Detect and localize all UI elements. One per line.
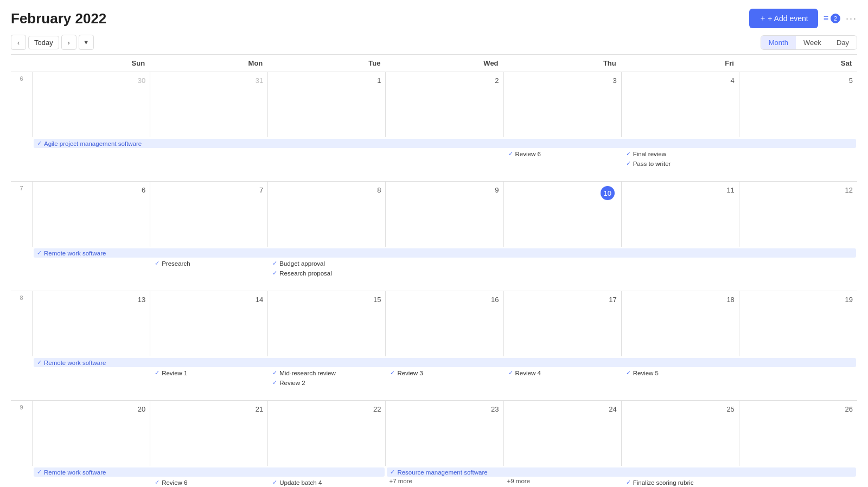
week-row-8: 8 13 14 15 16 17 18 19 ✓ Remote work sof… — [11, 291, 857, 401]
day-3: 3 — [504, 72, 622, 137]
more-link-wed-w9[interactable]: +7 more — [386, 477, 503, 485]
day-11: 11 — [622, 182, 739, 247]
day-header-tue: Tue — [268, 55, 386, 72]
day-10: 10 — [504, 182, 622, 247]
add-event-button[interactable]: ＋ + Add event — [749, 9, 818, 28]
day-8: 8 — [268, 182, 386, 247]
event-review2[interactable]: ✓ Review 2 — [269, 378, 385, 387]
more-link-thu-w9[interactable]: +9 more — [504, 477, 622, 485]
week-row-6: 6 30 31 1 2 3 4 5 ✓ Agile project manage… — [11, 72, 857, 182]
check-icon: ✓ — [37, 140, 42, 147]
date-dropdown-button[interactable]: ▼ — [79, 35, 94, 50]
event-review3[interactable]: ✓ Review 3 — [387, 368, 502, 377]
day-header-sun: Sun — [33, 55, 150, 72]
week-row-7: 7 6 7 8 9 10 11 12 ✓ Remot — [11, 182, 857, 291]
day-4: 4 — [622, 72, 739, 137]
more-options-button[interactable]: ··· — [846, 13, 857, 24]
day-24: 24 — [504, 401, 622, 466]
week-num-7: 7 — [11, 182, 33, 247]
event-budget-approval[interactable]: ✓ Budget approval — [269, 259, 385, 268]
event-remote-work-w8[interactable]: ✓ Remote work software — [34, 358, 856, 367]
day-2: 2 — [386, 72, 503, 137]
event-agile-pm[interactable]: ✓ Agile project management software — [34, 139, 856, 148]
filter-icon: ≡ — [824, 14, 828, 23]
day-15: 15 — [268, 291, 386, 356]
event-resource-mgmt[interactable]: ✓ Resource management software — [387, 467, 856, 477]
day-25: 25 — [622, 401, 739, 466]
event-pass-to-writer[interactable]: ✓ Pass to writer — [623, 159, 738, 168]
next-button[interactable]: › — [61, 35, 76, 50]
week-view-button[interactable]: Week — [796, 36, 829, 49]
calendar: Sun Mon Tue Wed Thu Fri Sat 6 30 31 1 2 … — [11, 54, 857, 487]
event-final-review[interactable]: ✓ Final review — [623, 149, 738, 158]
event-mid-research[interactable]: ✓ Mid-research review — [269, 368, 385, 377]
event-review5[interactable]: ✓ Review 5 — [623, 368, 738, 377]
view-switcher: Month Week Day — [761, 35, 857, 50]
toolbar: ‹ Today › ▼ Month Week Day — [0, 33, 868, 54]
day-13: 13 — [33, 291, 150, 356]
page-title: February 2022 — [11, 10, 106, 27]
filter-button[interactable]: ≡ 2 — [824, 14, 840, 23]
day-view-button[interactable]: Day — [829, 36, 857, 49]
event-review6-w6[interactable]: ✓ Review 6 — [505, 149, 621, 158]
day-7: 7 — [150, 182, 268, 247]
day-header-mon: Mon — [150, 55, 268, 72]
day-14: 14 — [150, 291, 268, 356]
day-22: 22 — [268, 401, 386, 466]
day-header-thu: Thu — [504, 55, 622, 72]
week-num-9: 9 — [11, 401, 33, 466]
day-31: 31 — [150, 72, 268, 137]
day-6: 6 — [33, 182, 150, 247]
day-21: 21 — [150, 401, 268, 466]
event-research-proposal[interactable]: ✓ Research proposal — [269, 268, 385, 278]
day-30: 30 — [33, 72, 150, 137]
event-review4[interactable]: ✓ Review 4 — [505, 368, 621, 377]
plus-icon: ＋ — [759, 14, 767, 23]
day-17: 17 — [504, 291, 622, 356]
day-5: 5 — [739, 72, 857, 137]
prev-button[interactable]: ‹ — [11, 35, 26, 50]
day-header-sat: Sat — [739, 55, 857, 72]
day-1: 1 — [268, 72, 386, 137]
week-num-8: 8 — [11, 291, 33, 356]
nav-controls: ‹ Today › ▼ — [11, 35, 94, 50]
month-view-button[interactable]: Month — [761, 36, 796, 49]
event-finalize-scoring[interactable]: ✓ Finalize scoring rubric — [623, 478, 738, 487]
day-header-wed: Wed — [386, 55, 503, 72]
day-16: 16 — [386, 291, 503, 356]
header: February 2022 ＋ + Add event ≡ 2 ··· — [0, 0, 868, 33]
event-review6-w9[interactable]: ✓ Review 6 — [151, 478, 267, 487]
event-update-batch4[interactable]: ✓ Update batch 4 — [269, 478, 385, 487]
day-19: 19 — [739, 291, 857, 356]
header-right: ＋ + Add event ≡ 2 ··· — [749, 9, 857, 28]
event-presearch[interactable]: ✓ Presearch — [151, 259, 267, 268]
day-18: 18 — [622, 291, 739, 356]
event-review1[interactable]: ✓ Review 1 — [151, 368, 267, 377]
day-20: 20 — [33, 401, 150, 466]
day-9: 9 — [386, 182, 503, 247]
day-header-fri: Fri — [622, 55, 739, 72]
event-remote-work-w7[interactable]: ✓ Remote work software — [34, 248, 856, 258]
today-button[interactable]: Today — [28, 36, 59, 49]
filter-badge: 2 — [831, 14, 840, 23]
week-row-9: 9 20 21 22 23 24 25 26 ✓ Remote work sof… — [11, 401, 857, 487]
app-container: February 2022 ＋ + Add event ≡ 2 ··· ‹ To… — [0, 0, 868, 487]
day-26: 26 — [739, 401, 857, 466]
week-num-6: 6 — [11, 72, 33, 137]
header-left: February 2022 — [11, 10, 106, 27]
day-headers: Sun Mon Tue Wed Thu Fri Sat — [11, 55, 857, 72]
event-remote-work-w9[interactable]: ✓ Remote work software — [34, 467, 385, 477]
week-num-header — [11, 55, 33, 72]
day-12: 12 — [739, 182, 857, 247]
day-23: 23 — [386, 401, 503, 466]
